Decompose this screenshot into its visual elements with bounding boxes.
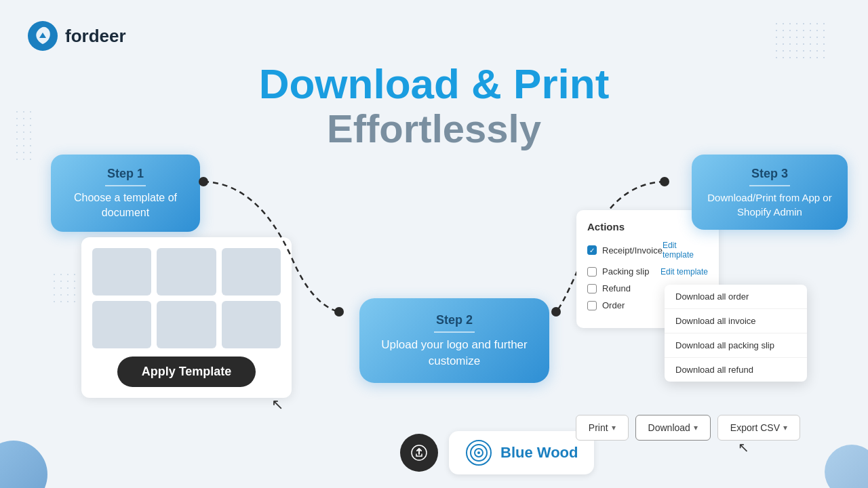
title-line1: Download & Print	[0, 61, 868, 107]
decorative-dots-top-right	[773, 20, 827, 61]
decorative-circle-bottom-left	[0, 441, 47, 488]
step2-label: Step 2	[376, 313, 533, 327]
receipt-edit-link[interactable]: Edit template	[663, 241, 708, 260]
step3-card: Step 3 Download/Print from App or Shopif…	[692, 155, 848, 230]
blue-wood-name: Blue Wood	[500, 444, 578, 462]
svg-point-9	[551, 307, 561, 317]
svg-point-7	[477, 451, 480, 454]
download-all-refund[interactable]: Download all refund	[665, 358, 807, 382]
header: fordeer	[27, 20, 126, 52]
action-row-packing: Packing slip Edit template	[587, 266, 708, 277]
refund-checkbox[interactable]	[587, 284, 597, 293]
decorative-dots-mid-left	[51, 271, 78, 305]
step1-description: Choose a template of document	[64, 190, 186, 221]
download-all-invoice[interactable]: Download all invoice	[665, 309, 807, 333]
apply-template-button[interactable]: Apply Template	[117, 357, 256, 387]
bottom-buttons: Print ▾ Download ▾ Export CSV ▾	[576, 415, 800, 441]
export-chevron-icon: ▾	[783, 423, 787, 432]
cursor-icon: ↖	[271, 396, 283, 413]
connector-line-1	[203, 169, 380, 325]
main-title: Download & Print Effortlessly	[0, 61, 868, 150]
order-label: Order	[602, 300, 625, 310]
svg-point-2	[334, 307, 344, 317]
download-all-packing-slip[interactable]: Download all packing slip	[665, 333, 807, 358]
step1-divider	[105, 185, 146, 186]
packing-checkbox[interactable]	[587, 267, 597, 277]
action-row-receipt: ✓ Receipt/Invoice Edit template	[587, 241, 708, 260]
step2-description: Upload your logo and further customize	[376, 337, 533, 369]
receipt-label: Receipt/Invoice	[602, 245, 663, 256]
brand-name: fordeer	[65, 26, 126, 47]
step2-divider	[434, 331, 475, 333]
export-csv-button[interactable]: Export CSV ▾	[717, 415, 800, 441]
step2-card: Step 2 Upload your logo and further cust…	[359, 298, 549, 383]
download-button[interactable]: Download ▾	[635, 415, 711, 441]
template-cell-4[interactable]	[92, 301, 151, 348]
template-cell-1[interactable]	[92, 248, 151, 296]
decorative-circle-bottom-right	[825, 445, 868, 488]
step3-label: Step 3	[705, 167, 834, 181]
fordeer-logo-icon	[27, 20, 58, 52]
order-checkbox[interactable]	[587, 301, 597, 310]
packing-label: Packing slip	[602, 266, 649, 277]
blue-wood-logo-icon	[465, 439, 492, 466]
step1-label: Step 1	[64, 167, 186, 181]
print-chevron-icon: ▾	[612, 423, 616, 432]
receipt-checkbox[interactable]: ✓	[587, 245, 597, 255]
step3-divider	[749, 185, 790, 186]
cursor-icon-2: ↖	[738, 439, 749, 455]
step3-description: Download/Print from App or Shopify Admin	[705, 190, 834, 219]
title-line2: Effortlessly	[0, 107, 868, 150]
actions-title: Actions	[587, 221, 708, 232]
share-icon[interactable]	[400, 434, 438, 472]
refund-label: Refund	[602, 283, 631, 293]
blue-wood-badge: Blue Wood	[449, 431, 594, 474]
step1-card: Step 1 Choose a template of document	[51, 155, 200, 232]
logo-area: Blue Wood	[400, 431, 594, 474]
print-button[interactable]: Print ▾	[576, 415, 629, 441]
download-all-order[interactable]: Download all order	[665, 285, 807, 309]
packing-edit-link[interactable]: Edit template	[660, 267, 708, 277]
download-chevron-icon: ▾	[694, 423, 698, 432]
download-dropdown: Download all order Download all invoice …	[665, 285, 807, 382]
